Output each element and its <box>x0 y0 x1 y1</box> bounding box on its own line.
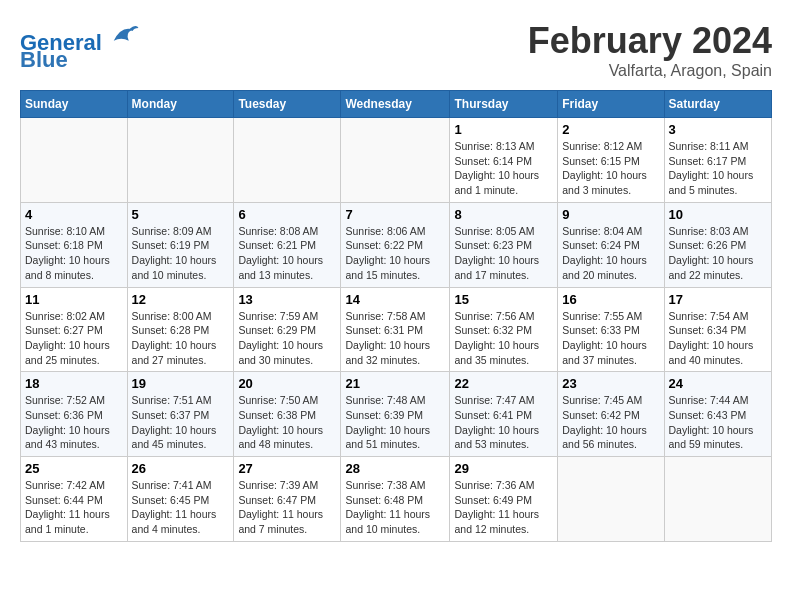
calendar-cell: 4Sunrise: 8:10 AM Sunset: 6:18 PM Daylig… <box>21 202 128 287</box>
calendar-cell: 14Sunrise: 7:58 AM Sunset: 6:31 PM Dayli… <box>341 287 450 372</box>
calendar-cell: 12Sunrise: 8:00 AM Sunset: 6:28 PM Dayli… <box>127 287 234 372</box>
day-number: 29 <box>454 461 553 476</box>
day-info: Sunrise: 8:00 AM Sunset: 6:28 PM Dayligh… <box>132 309 230 368</box>
calendar-cell: 10Sunrise: 8:03 AM Sunset: 6:26 PM Dayli… <box>664 202 771 287</box>
weekday-header-saturday: Saturday <box>664 91 771 118</box>
calendar-cell: 9Sunrise: 8:04 AM Sunset: 6:24 PM Daylig… <box>558 202 664 287</box>
calendar-cell: 1Sunrise: 8:13 AM Sunset: 6:14 PM Daylig… <box>450 118 558 203</box>
day-number: 26 <box>132 461 230 476</box>
day-info: Sunrise: 7:45 AM Sunset: 6:42 PM Dayligh… <box>562 393 659 452</box>
weekday-header-friday: Friday <box>558 91 664 118</box>
day-number: 25 <box>25 461 123 476</box>
day-number: 10 <box>669 207 767 222</box>
calendar-cell <box>234 118 341 203</box>
calendar-cell: 17Sunrise: 7:54 AM Sunset: 6:34 PM Dayli… <box>664 287 771 372</box>
day-info: Sunrise: 7:51 AM Sunset: 6:37 PM Dayligh… <box>132 393 230 452</box>
day-number: 22 <box>454 376 553 391</box>
day-number: 2 <box>562 122 659 137</box>
day-info: Sunrise: 8:10 AM Sunset: 6:18 PM Dayligh… <box>25 224 123 283</box>
calendar-cell: 13Sunrise: 7:59 AM Sunset: 6:29 PM Dayli… <box>234 287 341 372</box>
day-number: 1 <box>454 122 553 137</box>
day-number: 27 <box>238 461 336 476</box>
day-number: 20 <box>238 376 336 391</box>
calendar-cell: 7Sunrise: 8:06 AM Sunset: 6:22 PM Daylig… <box>341 202 450 287</box>
title-block: February 2024 Valfarta, Aragon, Spain <box>528 20 772 80</box>
day-info: Sunrise: 7:56 AM Sunset: 6:32 PM Dayligh… <box>454 309 553 368</box>
calendar-cell: 26Sunrise: 7:41 AM Sunset: 6:45 PM Dayli… <box>127 457 234 542</box>
weekday-header-sunday: Sunday <box>21 91 128 118</box>
day-info: Sunrise: 8:04 AM Sunset: 6:24 PM Dayligh… <box>562 224 659 283</box>
calendar-cell <box>127 118 234 203</box>
day-number: 12 <box>132 292 230 307</box>
calendar-cell: 25Sunrise: 7:42 AM Sunset: 6:44 PM Dayli… <box>21 457 128 542</box>
calendar-cell <box>558 457 664 542</box>
day-info: Sunrise: 7:42 AM Sunset: 6:44 PM Dayligh… <box>25 478 123 537</box>
day-info: Sunrise: 7:50 AM Sunset: 6:38 PM Dayligh… <box>238 393 336 452</box>
day-number: 6 <box>238 207 336 222</box>
day-number: 8 <box>454 207 553 222</box>
weekday-header-monday: Monday <box>127 91 234 118</box>
day-number: 28 <box>345 461 445 476</box>
calendar-week-row: 18Sunrise: 7:52 AM Sunset: 6:36 PM Dayli… <box>21 372 772 457</box>
page-header: General Blue February 2024 Valfarta, Ara… <box>20 20 772 80</box>
calendar-header-row: SundayMondayTuesdayWednesdayThursdayFrid… <box>21 91 772 118</box>
day-info: Sunrise: 7:44 AM Sunset: 6:43 PM Dayligh… <box>669 393 767 452</box>
day-number: 7 <box>345 207 445 222</box>
calendar-cell: 27Sunrise: 7:39 AM Sunset: 6:47 PM Dayli… <box>234 457 341 542</box>
calendar-cell <box>664 457 771 542</box>
calendar-cell: 15Sunrise: 7:56 AM Sunset: 6:32 PM Dayli… <box>450 287 558 372</box>
calendar-cell: 11Sunrise: 8:02 AM Sunset: 6:27 PM Dayli… <box>21 287 128 372</box>
weekday-header-tuesday: Tuesday <box>234 91 341 118</box>
calendar-table: SundayMondayTuesdayWednesdayThursdayFrid… <box>20 90 772 542</box>
day-number: 15 <box>454 292 553 307</box>
day-info: Sunrise: 8:12 AM Sunset: 6:15 PM Dayligh… <box>562 139 659 198</box>
calendar-cell: 21Sunrise: 7:48 AM Sunset: 6:39 PM Dayli… <box>341 372 450 457</box>
day-number: 21 <box>345 376 445 391</box>
calendar-cell: 24Sunrise: 7:44 AM Sunset: 6:43 PM Dayli… <box>664 372 771 457</box>
day-info: Sunrise: 7:47 AM Sunset: 6:41 PM Dayligh… <box>454 393 553 452</box>
calendar-week-row: 1Sunrise: 8:13 AM Sunset: 6:14 PM Daylig… <box>21 118 772 203</box>
day-number: 4 <box>25 207 123 222</box>
calendar-cell: 19Sunrise: 7:51 AM Sunset: 6:37 PM Dayli… <box>127 372 234 457</box>
day-number: 5 <box>132 207 230 222</box>
logo: General Blue <box>20 20 140 73</box>
day-info: Sunrise: 8:09 AM Sunset: 6:19 PM Dayligh… <box>132 224 230 283</box>
weekday-header-wednesday: Wednesday <box>341 91 450 118</box>
calendar-cell <box>21 118 128 203</box>
day-info: Sunrise: 7:52 AM Sunset: 6:36 PM Dayligh… <box>25 393 123 452</box>
day-info: Sunrise: 7:54 AM Sunset: 6:34 PM Dayligh… <box>669 309 767 368</box>
day-info: Sunrise: 8:03 AM Sunset: 6:26 PM Dayligh… <box>669 224 767 283</box>
day-info: Sunrise: 8:06 AM Sunset: 6:22 PM Dayligh… <box>345 224 445 283</box>
day-info: Sunrise: 7:58 AM Sunset: 6:31 PM Dayligh… <box>345 309 445 368</box>
day-info: Sunrise: 8:05 AM Sunset: 6:23 PM Dayligh… <box>454 224 553 283</box>
calendar-cell: 23Sunrise: 7:45 AM Sunset: 6:42 PM Dayli… <box>558 372 664 457</box>
calendar-cell <box>341 118 450 203</box>
day-number: 13 <box>238 292 336 307</box>
day-number: 14 <box>345 292 445 307</box>
day-number: 24 <box>669 376 767 391</box>
calendar-cell: 28Sunrise: 7:38 AM Sunset: 6:48 PM Dayli… <box>341 457 450 542</box>
calendar-cell: 22Sunrise: 7:47 AM Sunset: 6:41 PM Dayli… <box>450 372 558 457</box>
calendar-cell: 18Sunrise: 7:52 AM Sunset: 6:36 PM Dayli… <box>21 372 128 457</box>
day-info: Sunrise: 8:11 AM Sunset: 6:17 PM Dayligh… <box>669 139 767 198</box>
day-number: 18 <box>25 376 123 391</box>
day-number: 9 <box>562 207 659 222</box>
day-number: 19 <box>132 376 230 391</box>
calendar-cell: 20Sunrise: 7:50 AM Sunset: 6:38 PM Dayli… <box>234 372 341 457</box>
calendar-cell: 8Sunrise: 8:05 AM Sunset: 6:23 PM Daylig… <box>450 202 558 287</box>
day-number: 3 <box>669 122 767 137</box>
day-number: 17 <box>669 292 767 307</box>
calendar-cell: 5Sunrise: 8:09 AM Sunset: 6:19 PM Daylig… <box>127 202 234 287</box>
day-info: Sunrise: 7:41 AM Sunset: 6:45 PM Dayligh… <box>132 478 230 537</box>
calendar-cell: 2Sunrise: 8:12 AM Sunset: 6:15 PM Daylig… <box>558 118 664 203</box>
day-number: 23 <box>562 376 659 391</box>
day-info: Sunrise: 8:13 AM Sunset: 6:14 PM Dayligh… <box>454 139 553 198</box>
logo-bird-icon <box>110 20 140 50</box>
calendar-week-row: 11Sunrise: 8:02 AM Sunset: 6:27 PM Dayli… <box>21 287 772 372</box>
day-info: Sunrise: 7:36 AM Sunset: 6:49 PM Dayligh… <box>454 478 553 537</box>
day-info: Sunrise: 7:48 AM Sunset: 6:39 PM Dayligh… <box>345 393 445 452</box>
calendar-cell: 6Sunrise: 8:08 AM Sunset: 6:21 PM Daylig… <box>234 202 341 287</box>
day-number: 11 <box>25 292 123 307</box>
calendar-cell: 29Sunrise: 7:36 AM Sunset: 6:49 PM Dayli… <box>450 457 558 542</box>
day-number: 16 <box>562 292 659 307</box>
